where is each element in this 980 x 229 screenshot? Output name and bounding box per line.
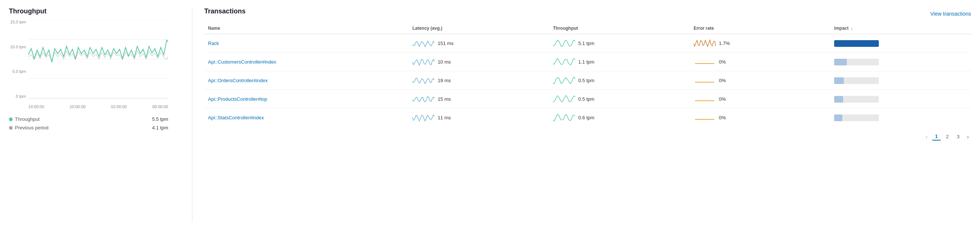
tx-impact-cell	[830, 53, 971, 72]
y-label-1: 0 tpm	[9, 94, 26, 99]
latency-value: 11 ms	[438, 115, 457, 121]
error-rate-value: 0%	[719, 59, 738, 65]
throughput-value: 1.1 tpm	[578, 59, 598, 65]
next-page-arrow[interactable]: ›	[965, 133, 971, 140]
x-label-4: 08:00:00	[152, 105, 168, 109]
legend-previous: Previous period 4.1 tpm	[9, 125, 168, 130]
y-label-3: 10.0 tpm	[9, 45, 26, 49]
transactions-panel: Transactions View transactions Name Late…	[204, 8, 971, 221]
error-rate-value: 0%	[719, 115, 738, 121]
latency-value: 15 ms	[438, 96, 457, 102]
throughput-title: Throughput	[9, 8, 168, 15]
throughput-sparkline	[553, 112, 575, 123]
impact-bar-container	[834, 114, 879, 121]
tx-throughput-cell: 0.5 tpm	[549, 90, 690, 108]
tx-latency-cell: 11 ms	[409, 108, 549, 127]
impact-sort-icon: ↓	[851, 26, 853, 30]
tx-name-link[interactable]: Api::StatsController#index	[208, 115, 264, 121]
chart-y-axis: 15.0 tpm 10.0 tpm 5.0 tpm 0 tpm	[9, 20, 28, 99]
tx-name-cell: Api::CustomersController#index	[204, 53, 409, 72]
col-header-latency: Latency (avg.)	[409, 23, 549, 34]
prev-page-arrow[interactable]: ‹	[923, 133, 930, 140]
legend-throughput: Throughput 5.5 tpm	[9, 116, 168, 122]
chart-lines	[28, 20, 168, 98]
latency-sparkline	[412, 112, 434, 123]
throughput-sparkline	[553, 93, 575, 105]
error-sparkline	[694, 56, 716, 68]
throughput-legend-label: Throughput	[15, 116, 40, 122]
transactions-title: Transactions	[204, 8, 245, 15]
impact-bar-fill	[834, 96, 843, 103]
latency-sparkline	[412, 56, 434, 68]
view-transactions-link[interactable]: View transactions	[931, 11, 971, 17]
impact-bar-fill	[834, 77, 844, 84]
col-header-impact[interactable]: Impact ↓	[830, 23, 971, 34]
page-3[interactable]: 3	[954, 133, 963, 140]
latency-sparkline	[412, 38, 434, 49]
error-rate-value: 1.7%	[719, 41, 738, 46]
previous-legend-label: Previous period	[15, 125, 48, 130]
tx-name-link[interactable]: Api::OrdersController#index	[208, 78, 267, 83]
error-rate-value: 0%	[719, 96, 738, 102]
impact-bar-fill	[834, 59, 847, 65]
error-sparkline	[694, 38, 716, 49]
chart-x-axis: 14:00:00 20:00:00 02:00:00 08:00:00	[28, 103, 168, 109]
tx-name-link[interactable]: Rack	[208, 41, 219, 46]
x-label-1: 14:00:00	[28, 105, 44, 109]
tx-name-cell: Rack	[204, 34, 409, 53]
error-sparkline	[694, 93, 716, 105]
latency-sparkline	[412, 93, 434, 105]
transactions-table: Name Latency (avg.) Throughput Error rat…	[204, 23, 971, 127]
transactions-header: Transactions View transactions	[204, 8, 971, 20]
chart-svg-area	[28, 20, 168, 99]
tx-throughput-cell: 0.5 tpm	[549, 72, 690, 90]
error-rate-value: 0%	[719, 78, 738, 83]
throughput-chart: 15.0 tpm 10.0 tpm 5.0 tpm 0 tpm 14:00:00	[9, 20, 168, 109]
tx-error-rate-cell: 0%	[690, 90, 830, 108]
col-header-throughput: Throughput	[549, 23, 690, 34]
previous-dot	[9, 126, 13, 130]
tx-impact-cell	[830, 34, 971, 53]
throughput-sparkline	[553, 38, 575, 49]
tx-throughput-cell: 0.6 tpm	[549, 108, 690, 127]
throughput-value: 0.5 tpm	[578, 96, 598, 102]
table-row: Api::CustomersController#index 10 ms 1.1…	[204, 53, 971, 72]
chart-legend: Throughput 5.5 tpm Previous period 4.1 t…	[9, 116, 168, 130]
latency-value: 151 ms	[438, 41, 457, 46]
latency-value: 10 ms	[438, 59, 457, 65]
impact-bar-fill	[834, 114, 842, 121]
throughput-value: 0.5 tpm	[578, 78, 598, 83]
impact-bar-container	[834, 96, 879, 103]
page-2[interactable]: 2	[943, 133, 952, 140]
tx-latency-cell: 15 ms	[409, 90, 549, 108]
tx-name-cell: Api::StatsController#index	[204, 108, 409, 127]
page-1[interactable]: 1	[932, 133, 940, 140]
panel-divider	[192, 8, 192, 221]
throughput-value: 5.1 tpm	[578, 41, 598, 46]
tx-impact-cell	[830, 108, 971, 127]
table-row: Rack 151 ms 5.1 tpm 1.7%	[204, 34, 971, 53]
tx-latency-cell: 19 ms	[409, 72, 549, 90]
previous-legend-value: 4.1 tpm	[152, 125, 168, 130]
throughput-panel: Throughput 15.0 tpm 10.0 tpm 5.0 tpm 0 t…	[9, 8, 180, 221]
error-sparkline	[694, 75, 716, 86]
tx-name-link[interactable]: Api::CustomersController#index	[208, 59, 277, 65]
latency-sparkline	[412, 75, 434, 86]
tx-impact-cell	[830, 90, 971, 108]
impact-bar-container	[834, 59, 879, 65]
tx-error-rate-cell: 0%	[690, 108, 830, 127]
table-row: Api::StatsController#index 11 ms 0.6 tpm…	[204, 108, 971, 127]
tx-name-cell: Api::ProductsController#top	[204, 90, 409, 108]
table-row: Api::ProductsController#top 15 ms 0.5 tp…	[204, 90, 971, 108]
tx-latency-cell: 10 ms	[409, 53, 549, 72]
tx-error-rate-cell: 0%	[690, 72, 830, 90]
impact-bar-fill	[834, 40, 879, 47]
tx-error-rate-cell: 1.7%	[690, 34, 830, 53]
tx-name-link[interactable]: Api::ProductsController#top	[208, 96, 267, 102]
x-label-2: 20:00:00	[70, 105, 86, 109]
error-sparkline	[694, 112, 716, 123]
col-header-error-rate: Error rate	[690, 23, 830, 34]
tx-throughput-cell: 1.1 tpm	[549, 53, 690, 72]
x-label-3: 02:00:00	[111, 105, 127, 109]
throughput-sparkline	[553, 75, 575, 86]
